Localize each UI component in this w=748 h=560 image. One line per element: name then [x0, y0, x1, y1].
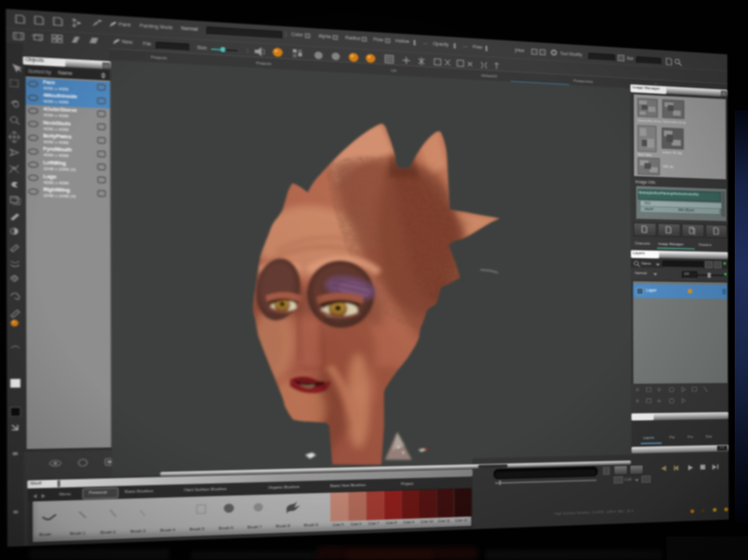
svg-text:Brush 4: Brush 4: [160, 528, 176, 532]
svg-text:Color 5: Color 5: [332, 523, 343, 527]
svg-text:LeftWing: LeftWing: [43, 160, 66, 166]
svg-text:4096 x 4096: 4096 x 4096: [43, 99, 69, 104]
svg-text:Color 8: Color 8: [386, 521, 397, 525]
svg-text:2048 x 2048 (4): 2048 x 2048 (4): [43, 193, 76, 198]
svg-text:Brush 2: Brush 2: [101, 530, 116, 534]
svg-text:Brush 6: Brush 6: [219, 526, 234, 531]
svg-text:2048 x 2048 (4): 2048 x 2048 (4): [43, 167, 76, 172]
svg-text:Surf dise: Surf dise: [638, 153, 652, 157]
svg-text:4096 x 4096: 4096 x 4096: [43, 153, 69, 158]
svg-text:4MouthInside: 4MouthInside: [43, 93, 78, 99]
svg-text:BellyPlates: BellyPlates: [43, 133, 72, 140]
svg-text:Logo: Logo: [43, 174, 57, 180]
svg-text:Geometry bmp: Geometry bmp: [663, 120, 685, 124]
svg-text:Geometry bmp: Geometry bmp: [638, 118, 661, 123]
svg-text:Brush: Brush: [39, 532, 51, 536]
svg-text:Color 12: Color 12: [455, 519, 468, 523]
svg-text:Color 9: Color 9: [403, 521, 414, 525]
svg-text:4OuterSleeve: 4OuterSleeve: [43, 107, 77, 112]
svg-text:Brush 5: Brush 5: [190, 527, 204, 531]
svg-text:Brush 1: Brush 1: [70, 531, 85, 536]
svg-text:Color 6: Color 6: [351, 523, 362, 526]
svg-text:4096 x 4096: 4096 x 4096: [43, 127, 69, 132]
svg-text:Brush 7: Brush 7: [248, 525, 262, 529]
svg-text:Brush 3: Brush 3: [131, 529, 146, 534]
svg-text:4096 x 4096: 4096 x 4096: [43, 181, 69, 186]
svg-text:Color 7: Color 7: [368, 522, 380, 525]
svg-text:Color 11: Color 11: [438, 520, 450, 523]
svg-text:180 dp: 180 dp: [663, 165, 674, 168]
svg-text:4096 x 4096: 4096 x 4096: [43, 113, 69, 118]
svg-text:4096 x 4096: 4096 x 4096: [43, 140, 69, 145]
svg-text:FyndMouth: FyndMouth: [43, 146, 72, 153]
svg-text:NeckStuds: NeckStuds: [43, 121, 71, 126]
svg-text:Face: Face: [43, 79, 56, 85]
svg-text:colors 45 dig: colors 45 dig: [662, 151, 682, 155]
svg-text:4096 x 4096: 4096 x 4096: [43, 86, 69, 91]
svg-text:Brush 9: Brush 9: [304, 523, 318, 527]
svg-text:Color 10: Color 10: [421, 520, 433, 524]
svg-text:Brush 8: Brush 8: [276, 524, 290, 528]
svg-text:RightWing: RightWing: [43, 187, 70, 193]
